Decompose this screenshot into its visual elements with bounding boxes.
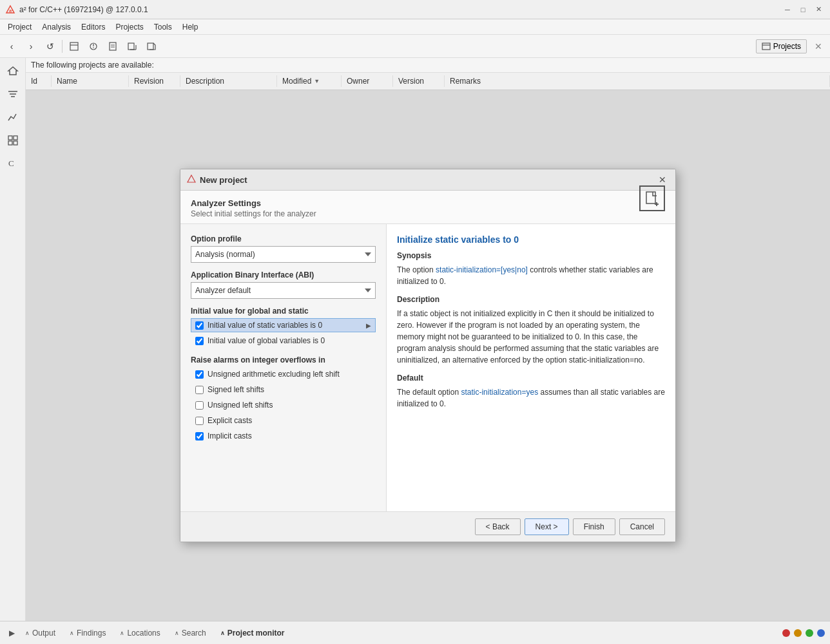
- menu-help[interactable]: Help: [177, 21, 204, 33]
- abi-select[interactable]: Analyzer default Linux x86-64 Windows x8…: [191, 282, 376, 299]
- synopsis-text: The option static-initialization=[yes|no…: [397, 264, 665, 287]
- unsigned-arith-checkbox[interactable]: [195, 370, 204, 379]
- menu-projects[interactable]: Projects: [110, 21, 148, 33]
- arrow-right-icon: ▶: [366, 322, 371, 329]
- initial-value-group: Initial value for global and static Init…: [191, 307, 376, 348]
- option-profile-label: Option profile: [191, 234, 376, 243]
- global-var-checkbox-item[interactable]: Initial value of global variables is 0: [191, 334, 376, 348]
- svg-rect-7: [110, 43, 116, 50]
- forward-button[interactable]: ›: [22, 37, 40, 55]
- toolbar-close-btn[interactable]: ✕: [809, 37, 827, 55]
- option-profile-select[interactable]: Analysis (normal) Analysis (fast) Analys…: [191, 246, 376, 263]
- toolbar-btn-3[interactable]: [104, 37, 122, 55]
- unsigned-left-checkbox[interactable]: [195, 401, 204, 410]
- svg-rect-23: [14, 141, 17, 145]
- col-id: Id: [26, 75, 52, 87]
- static-var-label: Initial value of static variables is 0: [208, 321, 322, 330]
- refresh-button[interactable]: ↺: [41, 37, 59, 55]
- static-var-checkbox[interactable]: [195, 321, 204, 330]
- svg-text:C: C: [8, 158, 14, 168]
- close-button[interactable]: ✕: [812, 5, 825, 15]
- dialog-close-button[interactable]: ✕: [656, 173, 669, 186]
- unsigned-arith-item[interactable]: Unsigned arithmetic excluding left shift: [191, 367, 376, 381]
- synopsis-link[interactable]: static-initialization=[yes|no]: [436, 265, 528, 274]
- back-button[interactable]: ‹: [3, 37, 21, 55]
- back-button[interactable]: < Back: [475, 518, 521, 535]
- tab-project-monitor-label: Project monitor: [227, 629, 285, 638]
- sidebar-filter-btn[interactable]: [3, 84, 23, 104]
- default-text-before: The default option: [397, 388, 461, 397]
- bottom-expand-button[interactable]: ▶: [5, 627, 18, 639]
- table-header: Id Name Revision Description Modified ▼ …: [26, 73, 830, 90]
- next-button[interactable]: Next >: [525, 518, 569, 535]
- svg-rect-21: [14, 136, 17, 140]
- global-var-checkbox[interactable]: [195, 337, 204, 345]
- implicit-casts-checkbox[interactable]: [195, 432, 204, 440]
- signed-left-item[interactable]: Signed left shifts: [191, 383, 376, 397]
- toolbar-btn-4[interactable]: [123, 37, 141, 55]
- dialog-titlebar: New project ✕: [180, 169, 675, 191]
- dialog-title-icon: [187, 175, 196, 185]
- static-var-checkbox-item[interactable]: Initial value of static variables is 0 ▶: [191, 318, 376, 332]
- dialog-body: Option profile Analysis (normal) Analysi…: [180, 224, 675, 511]
- synopsis-title: Synopsis: [397, 251, 665, 260]
- default-text: The default option static-initialization…: [397, 386, 665, 410]
- sidebar-grid-btn[interactable]: [3, 130, 23, 151]
- toolbar-btn-1[interactable]: [65, 37, 83, 55]
- menu-project[interactable]: Project: [3, 21, 37, 33]
- bottom-bar: ▶ ∧ Output ∧ Findings ∧ Locations ∧ Sear…: [0, 621, 830, 644]
- abi-group: Application Binary Interface (ABI) Analy…: [191, 270, 376, 299]
- projects-button[interactable]: Projects: [756, 39, 807, 53]
- initial-value-list: Initial value of static variables is 0 ▶…: [191, 318, 376, 348]
- implicit-casts-item[interactable]: Implicit casts: [191, 429, 376, 443]
- initial-value-label: Initial value for global and static: [191, 307, 376, 316]
- signed-left-checkbox[interactable]: [195, 386, 204, 394]
- cancel-button[interactable]: Cancel: [619, 518, 665, 535]
- status-dot-blue: [817, 629, 825, 637]
- default-title: Default: [397, 374, 665, 383]
- menu-analysis[interactable]: Analysis: [37, 21, 76, 33]
- description-text: If a static object is not initialized ex…: [397, 308, 665, 366]
- dialog-overlay: New project ✕ Analyzer Settings Select i…: [26, 90, 830, 621]
- default-link[interactable]: static-initialization=yes: [461, 388, 538, 397]
- menu-tools[interactable]: Tools: [149, 21, 177, 33]
- abi-label: Application Binary Interface (ABI): [191, 270, 376, 279]
- tab-output-arrow: ∧: [25, 630, 30, 636]
- toolbar-btn-5[interactable]: [142, 37, 160, 55]
- status-dots-area: [782, 629, 825, 637]
- unsigned-left-label: Unsigned left shifts: [208, 401, 273, 410]
- sidebar-c-btn[interactable]: C: [3, 153, 23, 174]
- svg-rect-14: [762, 43, 770, 50]
- menu-editors[interactable]: Editors: [76, 21, 110, 33]
- projects-info-bar: The following projects are available:: [26, 58, 830, 73]
- svg-rect-22: [8, 141, 12, 145]
- svg-rect-2: [70, 43, 78, 50]
- minimize-button[interactable]: ─: [781, 5, 794, 15]
- sidebar-home-btn[interactable]: [3, 61, 23, 81]
- tab-locations-label: Locations: [127, 629, 160, 638]
- finish-button[interactable]: Finish: [573, 518, 615, 535]
- help-title: Initialize static variables to 0: [397, 234, 665, 245]
- col-revision: Revision: [129, 75, 180, 87]
- explicit-casts-item[interactable]: Explicit casts: [191, 413, 376, 428]
- option-profile-group: Option profile Analysis (normal) Analysi…: [191, 234, 376, 263]
- svg-rect-10: [128, 43, 134, 50]
- window-title: a² for C/C++ (16972194) @ 127.0.0.1: [19, 5, 148, 14]
- sidebar-chart-btn[interactable]: [3, 107, 23, 128]
- unsigned-left-item[interactable]: Unsigned left shifts: [191, 398, 376, 412]
- tab-findings[interactable]: ∧ Findings: [63, 625, 113, 641]
- tab-output[interactable]: ∧ Output: [18, 625, 63, 641]
- tab-locations[interactable]: ∧ Locations: [113, 625, 167, 641]
- dialog-footer: < Back Next > Finish Cancel: [180, 511, 675, 542]
- toolbar-btn-2[interactable]: [84, 37, 102, 55]
- tab-findings-arrow: ∧: [70, 630, 74, 636]
- tab-search[interactable]: ∧ Search: [168, 625, 213, 641]
- global-var-label: Initial value of global variables is 0: [208, 336, 325, 345]
- status-dot-red: [782, 629, 790, 637]
- main-area: C The following projects are available: …: [0, 58, 830, 621]
- toolbar-right: Projects ✕: [756, 37, 827, 55]
- maximize-button[interactable]: □: [796, 5, 809, 15]
- dialog-title-left: New project: [187, 175, 247, 185]
- explicit-casts-checkbox[interactable]: [195, 417, 204, 425]
- tab-project-monitor[interactable]: ∧ Project monitor: [213, 625, 292, 641]
